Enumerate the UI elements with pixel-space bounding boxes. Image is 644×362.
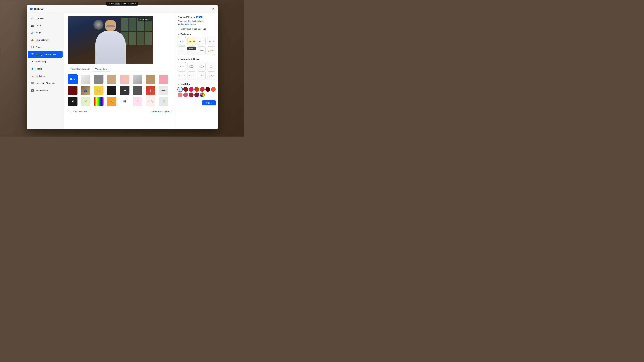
eyebrow-none[interactable]: None xyxy=(178,37,186,45)
apply-all-checkbox[interactable] xyxy=(178,28,180,30)
mustache-style6-svg xyxy=(198,74,204,77)
mirror-checkbox[interactable] xyxy=(68,110,70,113)
statistics-icon: 📊 xyxy=(30,74,34,78)
background-filters-icon: 🖼 xyxy=(30,52,34,56)
lip-color-section-header[interactable]: ▼ Lip Color xyxy=(178,83,216,85)
eyebrow-peaked[interactable] xyxy=(207,46,215,55)
eyebrow-thick-arch[interactable]: Alt Arch xyxy=(188,37,196,45)
filter-item-none[interactable]: None xyxy=(68,74,78,84)
lip-color-grid: ⊘ xyxy=(178,87,216,97)
filter-item-19[interactable]: 🍕 xyxy=(107,96,117,106)
filter-item-22[interactable]: ( ˘ ³˘) xyxy=(146,96,156,106)
sidebar-item-audio[interactable]: 🔊 Audio xyxy=(28,29,62,36)
lip-color-dark-maroon[interactable] xyxy=(206,87,210,92)
eyebrow-high-arch[interactable] xyxy=(197,46,206,55)
eyebrow-low-arch[interactable] xyxy=(178,46,186,55)
lip-color-bright-red[interactable] xyxy=(189,87,194,92)
eyebrow-natural-svg xyxy=(198,40,204,42)
filter-item-1[interactable] xyxy=(81,74,91,84)
sidebar-item-keyboard-shortcuts[interactable]: ⌨ Keyboard Shortcuts xyxy=(28,80,62,87)
sidebar-item-accessibility[interactable]: ♿ Accessibility xyxy=(28,87,62,94)
sidebar-item-video[interactable]: 📷 Video xyxy=(28,22,62,29)
share-screen-icon: 📤 xyxy=(30,38,34,42)
eyebrow-straight-svg xyxy=(189,49,195,52)
main-content: ↻ Rotate 90° Virtual Backgrounds Video F… xyxy=(64,13,175,129)
mustache-style5[interactable] xyxy=(188,71,196,80)
filter-item-6[interactable] xyxy=(146,74,156,84)
filter-item-15[interactable]: Huh? xyxy=(159,85,169,95)
studio-header: Studio Effects BETA xyxy=(178,15,216,18)
light-spot xyxy=(94,19,104,30)
mustache-section-header[interactable]: ▼ Mustache & Beard xyxy=(178,58,216,60)
filter-item-7[interactable] xyxy=(159,74,169,84)
eyebrow-straight[interactable] xyxy=(188,46,196,55)
lip-color-none[interactable]: ⊘ xyxy=(178,87,182,92)
rotate-button[interactable]: ↻ Rotate 90° xyxy=(138,18,152,21)
lip-color-orange-red[interactable] xyxy=(194,87,199,92)
sidebar-label-general: General xyxy=(36,17,44,19)
mustache-grid: None xyxy=(178,62,216,80)
studio-effects-link[interactable]: Studio Effects (Beta) xyxy=(151,110,171,113)
filter-item-13[interactable] xyxy=(133,85,143,95)
filter-item-17[interactable]: 🌱 xyxy=(81,96,91,106)
mustache-style2[interactable] xyxy=(197,62,206,70)
lip-color-dark-red[interactable] xyxy=(183,87,188,92)
lip-color-pink-coral[interactable] xyxy=(178,92,182,97)
filter-item-10[interactable]: 😊 xyxy=(94,85,104,95)
mustache-style1[interactable] xyxy=(188,62,196,70)
mustache-none[interactable]: None xyxy=(178,62,186,70)
sidebar-item-background-filters[interactable]: 🖼 Background & Filters xyxy=(28,51,62,58)
sidebar-item-recording[interactable]: ⏺ Recording xyxy=(28,58,62,65)
sidebar-item-share-screen[interactable]: 📤 Share Screen xyxy=(28,36,62,43)
mustache-title: Mustache & Beard xyxy=(180,58,200,60)
lip-color-rainbow[interactable] xyxy=(200,92,204,97)
eyebrows-section-header[interactable]: ▼ Eyebrows xyxy=(178,33,216,35)
lip-color-purple-wine[interactable] xyxy=(194,92,199,97)
dialog-title: Settings xyxy=(34,7,211,10)
eyebrow-thin[interactable] xyxy=(207,37,215,45)
sidebar-item-chat[interactable]: 💬 Chat xyxy=(28,43,62,51)
filter-item-20[interactable]: 🐼 xyxy=(120,96,130,106)
video-preview: ↻ Rotate 90° xyxy=(68,16,153,64)
sidebar-item-general[interactable]: ⚙ General xyxy=(28,15,62,22)
lip-color-wine[interactable] xyxy=(189,92,194,97)
filter-item-18[interactable] xyxy=(94,96,104,106)
eyebrow-natural[interactable] xyxy=(197,37,206,45)
filter-item-12[interactable]: ⊕ xyxy=(120,85,130,95)
filter-item-21[interactable]: 🐰 xyxy=(133,96,143,106)
filter-item-5[interactable] xyxy=(133,74,143,84)
lip-color-mauve[interactable] xyxy=(183,92,188,97)
mustache-style3[interactable] xyxy=(207,62,215,70)
filter-item-4[interactable] xyxy=(120,74,130,84)
filter-item-3[interactable] xyxy=(107,74,117,84)
eyebrow-peaked-svg xyxy=(208,49,214,52)
dialog-close-button[interactable]: × xyxy=(211,7,215,11)
filter-item-11[interactable] xyxy=(107,85,117,95)
keyboard-shortcuts-icon: ⌨ xyxy=(30,81,34,85)
mustache-style6[interactable] xyxy=(197,71,206,80)
tab-video-filters[interactable]: Video Filters xyxy=(92,66,110,72)
eyebrows-section: ▼ Eyebrows None Alt Arch xyxy=(178,33,216,55)
lip-color-coral[interactable] xyxy=(211,87,216,92)
filter-item-14[interactable]: 🏅 xyxy=(146,85,156,95)
mustache-style5-svg xyxy=(189,74,195,77)
mustache-style7[interactable] xyxy=(207,71,215,80)
tab-virtual-backgrounds[interactable]: Virtual Backgrounds xyxy=(68,66,92,72)
filter-item-23[interactable]: 😷 xyxy=(159,96,169,106)
filter-item-2[interactable] xyxy=(94,74,104,84)
head xyxy=(105,19,116,31)
lip-color-red[interactable] xyxy=(200,87,204,92)
sidebar-label-share-screen: Share Screen xyxy=(36,39,49,41)
audio-icon: 🔊 xyxy=(30,31,34,34)
close-button[interactable]: Close xyxy=(202,100,216,105)
sidebar-item-statistics[interactable]: 📊 Statistics xyxy=(28,72,62,79)
filter-item-8[interactable] xyxy=(68,85,78,95)
mirror-label[interactable]: Mirror my video xyxy=(68,110,87,113)
filter-item-16[interactable]: 👀 xyxy=(68,96,78,106)
mustache-style4[interactable] xyxy=(178,71,186,80)
sidebar-item-profile[interactable]: 👤 Profile xyxy=(28,65,62,72)
recording-icon: ⏺ xyxy=(30,60,34,63)
chat-icon: 💬 xyxy=(30,45,34,49)
mustache-style1-svg xyxy=(189,64,195,68)
filter-item-9[interactable]: 📺 xyxy=(81,85,91,95)
